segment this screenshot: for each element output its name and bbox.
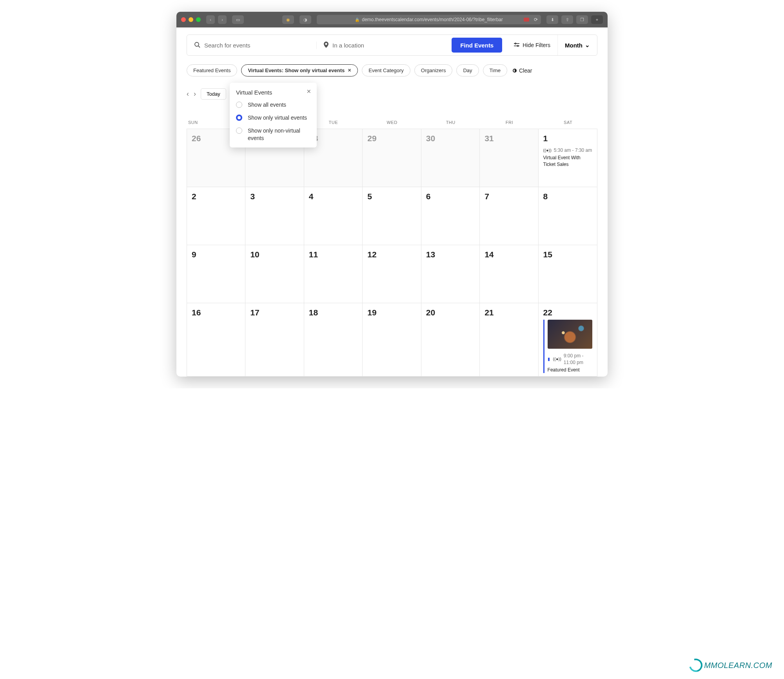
- svg-point-5: [517, 45, 519, 46]
- downloads-icon[interactable]: ⬇: [546, 15, 558, 24]
- next-month-button[interactable]: ›: [194, 90, 196, 98]
- calendar-cell[interactable]: 4: [304, 187, 363, 245]
- extension-icon[interactable]: ◉: [282, 15, 294, 24]
- day-number: 7: [485, 192, 533, 201]
- pill-day[interactable]: Day: [456, 64, 479, 76]
- calendar-cell[interactable]: 30: [421, 129, 480, 187]
- calendar-cell[interactable]: 2: [187, 187, 245, 245]
- option-show-non-virtual[interactable]: Show only non-virtual events: [236, 127, 310, 142]
- close-popover-icon[interactable]: ✕: [307, 88, 311, 95]
- calendar-cell[interactable]: 11: [304, 245, 363, 303]
- search-placeholder: Search for events: [204, 42, 250, 49]
- calendar-grid: 2627282930311((●)) 5:30 am - 7:30 amVirt…: [187, 129, 597, 377]
- lock-icon: 🔒: [355, 18, 359, 22]
- clear-filters-button[interactable]: Clear: [513, 67, 532, 74]
- calendar-cell[interactable]: 1((●)) 5:30 am - 7:30 amVirtual Event Wi…: [539, 129, 597, 187]
- browser-toolbar: ‹ › ▭ ◉ ◑ 🔒 demo.theeventscalendar.com/e…: [176, 12, 608, 27]
- calendar-cell[interactable]: 6: [421, 187, 480, 245]
- calendar-cell[interactable]: 9: [187, 245, 245, 303]
- day-number: 22: [543, 308, 592, 317]
- location-input[interactable]: In a location: [316, 42, 452, 49]
- forward-button[interactable]: ›: [218, 15, 227, 24]
- page-content: Search for events In a location Find Eve…: [176, 27, 608, 377]
- event-title: Featured Event: [548, 367, 592, 373]
- day-number: 10: [250, 250, 299, 259]
- day-number: 6: [426, 192, 475, 201]
- calendar-cell[interactable]: 8: [539, 187, 597, 245]
- radio-icon: [236, 102, 242, 108]
- sliders-icon: [514, 42, 519, 49]
- calendar-cell[interactable]: 20: [421, 303, 480, 377]
- calendar-cell[interactable]: 17: [245, 303, 304, 377]
- pill-virtual-events[interactable]: Virtual Events: Show only virtual events…: [241, 64, 358, 76]
- calendar-cell[interactable]: 19: [363, 303, 421, 377]
- filter-pills-row: Featured Events Virtual Events: Show onl…: [187, 64, 597, 76]
- share-icon[interactable]: ⇧: [561, 15, 573, 24]
- tabs-icon[interactable]: ❐: [576, 15, 588, 24]
- event-time: 9:00 pm - 11:00 pm: [564, 353, 592, 366]
- today-button[interactable]: Today: [201, 88, 226, 100]
- sidebar-toggle-icon[interactable]: ▭: [232, 15, 244, 24]
- calendar-cell[interactable]: 7: [480, 187, 538, 245]
- popover-title: Virtual Events: [236, 89, 310, 96]
- clear-label: Clear: [519, 67, 532, 74]
- svg-line-1: [198, 46, 200, 47]
- calendar-cell[interactable]: 5: [363, 187, 421, 245]
- pill-virtual-label: Virtual Events: Show only virtual events: [248, 67, 345, 73]
- search-events-input[interactable]: Search for events: [187, 42, 316, 49]
- calendar-cell[interactable]: 29: [363, 129, 421, 187]
- pill-time[interactable]: Time: [483, 64, 507, 76]
- view-selector[interactable]: Month ⌄: [557, 35, 597, 55]
- day-number: 1: [543, 134, 592, 143]
- event-item[interactable]: ((●)) 5:30 am - 7:30 amVirtual Event Wit…: [543, 147, 592, 167]
- traffic-lights: [181, 17, 201, 22]
- remove-filter-icon[interactable]: ✕: [348, 68, 351, 73]
- calendar-cell[interactable]: 15: [539, 245, 597, 303]
- calendar-cell[interactable]: 12: [363, 245, 421, 303]
- day-number: 17: [250, 308, 299, 317]
- chevron-down-icon: ⌄: [585, 42, 590, 49]
- calendar-cell[interactable]: 14: [480, 245, 538, 303]
- option-label: Show all events: [248, 101, 286, 109]
- option-show-all[interactable]: Show all events: [236, 101, 310, 109]
- prev-month-button[interactable]: ‹: [187, 90, 189, 98]
- minimize-window-button[interactable]: [189, 17, 193, 22]
- calendar-cell[interactable]: 21: [480, 303, 538, 377]
- day-header: FRI: [480, 120, 539, 125]
- browser-window: ‹ › ▭ ◉ ◑ 🔒 demo.theeventscalendar.com/e…: [176, 12, 608, 377]
- back-button[interactable]: ‹: [206, 15, 215, 24]
- calendar-cell[interactable]: 22▮((●)) 9:00 pm - 11:00 pmFeatured Even…: [539, 303, 597, 377]
- pill-organizers[interactable]: Organizers: [414, 64, 453, 76]
- reload-icon[interactable]: ⟳: [534, 17, 538, 22]
- hide-filters-toggle[interactable]: Hide Filters: [507, 42, 557, 49]
- maximize-window-button[interactable]: [196, 17, 201, 22]
- pill-event-category[interactable]: Event Category: [362, 64, 410, 76]
- new-tab-button[interactable]: +: [591, 15, 603, 24]
- virtual-icon: ((●)): [543, 147, 552, 153]
- svg-point-4: [515, 43, 516, 44]
- url-bar[interactable]: 🔒 demo.theeventscalendar.com/events/mont…: [317, 15, 541, 24]
- day-number: 15: [543, 250, 592, 259]
- featured-event-item[interactable]: ▮((●)) 9:00 pm - 11:00 pmFeatured Event: [543, 320, 592, 373]
- day-number: 29: [367, 134, 416, 143]
- option-show-virtual[interactable]: Show only virtual events: [236, 114, 310, 122]
- calendar-cell[interactable]: 31: [480, 129, 538, 187]
- day-header: THU: [421, 120, 480, 125]
- url-text: demo.theeventscalendar.com/events/month/…: [362, 17, 503, 22]
- day-number: 9: [192, 250, 240, 259]
- virtual-events-popover: Virtual Events ✕ Show all events Show on…: [230, 83, 317, 147]
- calendar-cell[interactable]: 13: [421, 245, 480, 303]
- pill-featured-events[interactable]: Featured Events: [187, 64, 237, 76]
- close-window-button[interactable]: [181, 17, 186, 22]
- bookmark-icon: ▮: [548, 356, 550, 362]
- find-events-button[interactable]: Find Events: [452, 38, 502, 53]
- shield-icon[interactable]: ◑: [299, 15, 311, 24]
- calendar-cell[interactable]: 18: [304, 303, 363, 377]
- calendar-cell[interactable]: 10: [245, 245, 304, 303]
- day-number: 11: [309, 250, 358, 259]
- calendar-cell[interactable]: 3: [245, 187, 304, 245]
- day-number: 3: [250, 192, 299, 201]
- radio-icon: [236, 127, 242, 134]
- clear-icon: [513, 69, 517, 73]
- calendar-cell[interactable]: 16: [187, 303, 245, 377]
